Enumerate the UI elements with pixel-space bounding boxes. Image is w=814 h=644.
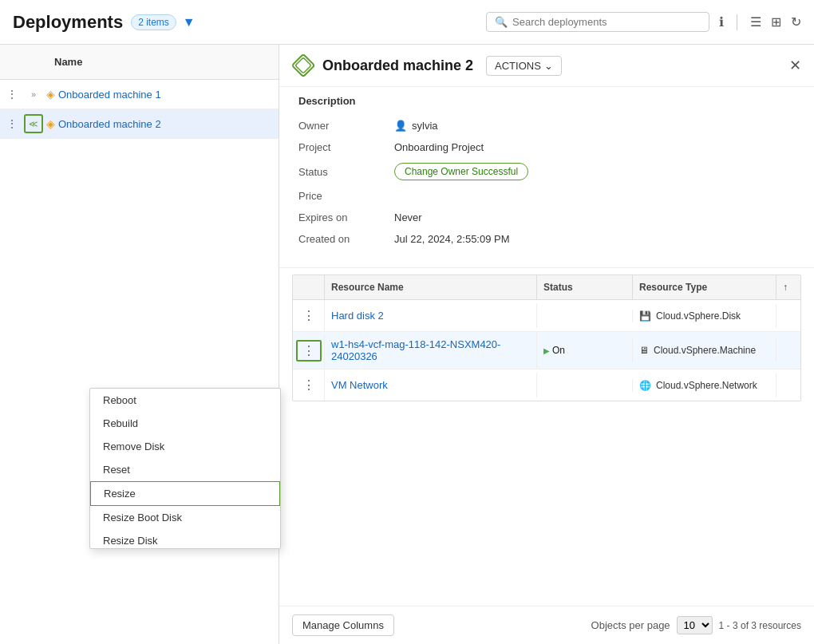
owner-label: Owner: [298, 120, 394, 132]
project-value: Onboarding Project: [394, 141, 484, 153]
resource-table: Resource Name Status Resource Type ↑ ⋮ H…: [292, 275, 801, 401]
resource-status-3: [537, 379, 633, 392]
list-view-icon[interactable]: ☰: [750, 14, 761, 30]
status-row: Status Change Owner Successful: [298, 163, 795, 180]
resource-type-3: 🌐 Cloud.vSphere.Network: [633, 373, 776, 397]
search-icon: 🔍: [495, 16, 508, 28]
main-layout: Name ⋮ » ◈ Onboarded machine 1 ⋮ ≪ ◈ Onb…: [0, 45, 814, 644]
table-row: ⋮ VM Network 🌐 Cloud.vSphere.Network: [293, 369, 800, 401]
detail-section: Owner 👤 sylvia Project Onboarding Projec…: [279, 107, 814, 268]
per-page-select[interactable]: 10: [677, 616, 713, 634]
row-actions-2: [776, 344, 800, 357]
menu-item-reboot[interactable]: Reboot: [90, 389, 280, 412]
col-resource-type: Resource Type: [633, 275, 776, 299]
three-dots-icon-2[interactable]: ⋮: [296, 340, 322, 362]
table-row: ⋮ Hard disk 2 💾 Cloud.vSphere.Disk: [293, 300, 800, 332]
created-label: Created on: [298, 233, 394, 245]
dropdown-scroll-area: Reboot Rebuild Remove Disk Reset Resize …: [90, 389, 280, 548]
list-item[interactable]: ⋮ » ◈ Onboarded machine 1: [0, 80, 279, 109]
resource-status-2: ▶ On: [537, 338, 633, 362]
play-icon: ▶: [543, 346, 550, 355]
row-menu-icon[interactable]: ⋮: [3, 86, 21, 102]
col-sort[interactable]: ↑: [776, 275, 800, 299]
search-container: 🔍: [486, 12, 709, 32]
list-item-selected[interactable]: ⋮ ≪ ◈ Onboarded machine 2: [0, 109, 279, 139]
page-header: Deployments 2 items ▼ 🔍 ℹ ☰ ⊞ ↻: [0, 0, 814, 45]
menu-item-rebuild[interactable]: Rebuild: [90, 412, 280, 435]
project-row: Project Onboarding Project: [298, 141, 795, 153]
three-dots-icon-3[interactable]: ⋮: [298, 376, 320, 394]
status-label: Status: [298, 166, 394, 178]
menu-item-remove-disk[interactable]: Remove Disk: [90, 435, 280, 458]
owner-row: Owner 👤 sylvia: [298, 120, 795, 132]
menu-item-reset[interactable]: Reset: [90, 458, 280, 481]
right-panel: Onboarded machine 2 ACTIONS ⌄ ✕ Descript…: [279, 45, 814, 644]
per-page-label: Objects per page: [591, 619, 670, 631]
items-badge: 2 items: [131, 14, 176, 30]
row-actions-1: [776, 310, 800, 322]
status-value: Change Owner Successful: [394, 163, 528, 180]
search-input[interactable]: [512, 16, 701, 28]
manage-columns-button[interactable]: Manage Columns: [292, 614, 394, 636]
collapse-icon[interactable]: »: [24, 85, 43, 104]
disk-icon: 💾: [639, 310, 651, 322]
col-status: Status: [537, 275, 633, 299]
resource-link-2[interactable]: w1-hs4-vcf-mag-118-142-NSXM420-24020326: [331, 338, 500, 362]
resource-name-3: VM Network: [325, 373, 537, 397]
filter-icon[interactable]: ▼: [183, 15, 196, 30]
resource-table-container: Resource Name Status Resource Type ↑ ⋮ H…: [279, 268, 814, 606]
resource-type-2: 🖥 Cloud.vSphere.Machine: [633, 338, 776, 362]
page-title: Deployments: [13, 12, 123, 33]
grid-view-icon[interactable]: ⊞: [771, 14, 781, 30]
table-footer: Manage Columns Objects per page 10 1 - 3…: [279, 606, 814, 644]
row-dots-3[interactable]: ⋮: [293, 369, 325, 401]
machine-link-1[interactable]: Onboarded machine 1: [58, 89, 161, 101]
collapse-icon-2[interactable]: ≪: [24, 114, 43, 133]
resource-link-3[interactable]: VM Network: [331, 379, 388, 391]
left-panel-header: Name: [0, 45, 279, 80]
network-icon: 🌐: [639, 380, 651, 391]
project-label: Project: [298, 141, 394, 153]
price-label: Price: [298, 190, 394, 202]
resource-status-1: [537, 310, 633, 322]
chevron-down-icon: ⌄: [544, 60, 553, 72]
onboard-icon: [292, 54, 314, 77]
header-actions: ℹ ☰ ⊞ ↻: [719, 14, 801, 30]
expires-row: Expires on Never: [298, 211, 795, 223]
row-dots-2[interactable]: ⋮: [293, 334, 325, 368]
menu-item-resize-disk[interactable]: Resize Disk: [90, 529, 280, 548]
row-menu-icon-2[interactable]: ⋮: [3, 116, 21, 132]
expires-label: Expires on: [298, 211, 394, 223]
col-actions: [293, 275, 325, 299]
resource-name-2: w1-hs4-vcf-mag-118-142-NSXM420-24020326: [325, 332, 537, 369]
machine-icon-2: ◈: [46, 117, 55, 130]
resource-link-1[interactable]: Hard disk 2: [331, 310, 384, 322]
machine-link-2[interactable]: Onboarded machine 2: [58, 118, 161, 130]
table-row-selected: ⋮ w1-hs4-vcf-mag-118-142-NSXM420-2402032…: [293, 332, 800, 369]
refresh-icon[interactable]: ↻: [791, 14, 801, 30]
row-actions-3: [776, 379, 800, 392]
context-menu: Reboot Rebuild Remove Disk Reset Resize …: [89, 388, 281, 549]
right-panel-title: Onboarded machine 2: [322, 57, 473, 74]
price-row: Price: [298, 190, 795, 202]
created-row: Created on Jul 22, 2024, 2:55:09 PM: [298, 233, 795, 245]
menu-item-resize-boot[interactable]: Resize Boot Disk: [90, 506, 280, 529]
resource-type-label-2: 🖥 Cloud.vSphere.Machine: [639, 345, 769, 356]
resource-type-1: 💾 Cloud.vSphere.Disk: [633, 304, 776, 328]
col-resource-name: Resource Name: [325, 275, 537, 299]
close-button[interactable]: ✕: [789, 57, 801, 74]
three-dots-icon-1[interactable]: ⋮: [298, 306, 320, 325]
machine-type-icon: 🖥: [639, 345, 649, 356]
row-dots-1[interactable]: ⋮: [293, 300, 325, 331]
status-badge: Change Owner Successful: [394, 163, 528, 180]
expires-value: Never: [394, 211, 422, 223]
name-column-header: Name: [48, 51, 89, 73]
separator: [737, 14, 737, 30]
resource-name-1: Hard disk 2: [325, 303, 537, 328]
actions-button[interactable]: ACTIONS ⌄: [486, 56, 562, 76]
owner-text: sylvia: [412, 120, 438, 132]
menu-item-resize[interactable]: Resize: [90, 481, 280, 506]
owner-value: 👤 sylvia: [394, 120, 438, 132]
right-panel-header: Onboarded machine 2 ACTIONS ⌄ ✕: [279, 45, 814, 87]
info-icon[interactable]: ℹ: [719, 14, 724, 30]
